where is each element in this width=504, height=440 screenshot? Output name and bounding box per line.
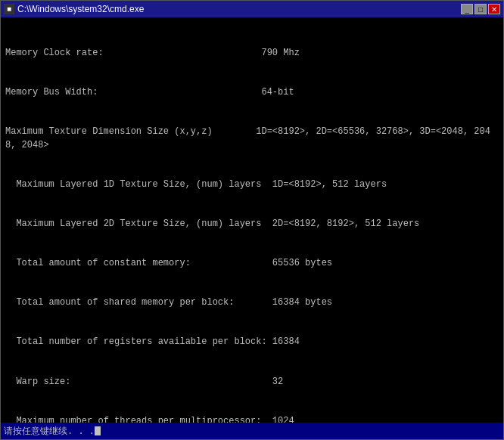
bottom-prompt: 请按任意键继续. . . [4, 425, 95, 438]
cmd-window: ■ C:\Windows\system32\cmd.exe _ □ ✕ Memo… [0, 0, 504, 440]
console-line-6: Total amount of shared memory per block:… [5, 296, 499, 309]
console-line-2: Maximum Texture Dimension Size (x,y,z) 1… [5, 125, 499, 152]
console-line-8: Warp size: 32 [5, 376, 499, 389]
console-line-4: Maximum Layered 2D Texture Size, (num) l… [5, 218, 499, 231]
window-title: C:\Windows\system32\cmd.exe [17, 4, 144, 14]
console-output: Memory Clock rate: 790 Mhz Memory Bus Wi… [1, 17, 503, 423]
console-line-0: Memory Clock rate: 790 Mhz [5, 47, 499, 60]
maximize-button[interactable]: □ [474, 4, 487, 14]
title-bar: ■ C:\Windows\system32\cmd.exe _ □ ✕ [1, 1, 503, 17]
console-line-7: Total number of registers available per … [5, 336, 499, 349]
title-bar-left: ■ C:\Windows\system32\cmd.exe [4, 4, 144, 14]
window-icon: ■ [4, 4, 14, 14]
cursor-icon [95, 426, 101, 435]
console-line-1: Memory Bus Width: 64-bit [5, 86, 499, 99]
close-button[interactable]: ✕ [488, 4, 500, 14]
console-line-3: Maximum Layered 1D Texture Size, (num) l… [5, 178, 499, 191]
bottom-bar: 请按任意键继续. . . [1, 423, 503, 439]
console-line-5: Total amount of constant memory: 65536 b… [5, 257, 499, 270]
console-line-9: Maximum number of threads per multiproce… [5, 415, 499, 423]
minimize-button[interactable]: _ [461, 4, 473, 14]
title-bar-buttons: _ □ ✕ [461, 4, 500, 14]
